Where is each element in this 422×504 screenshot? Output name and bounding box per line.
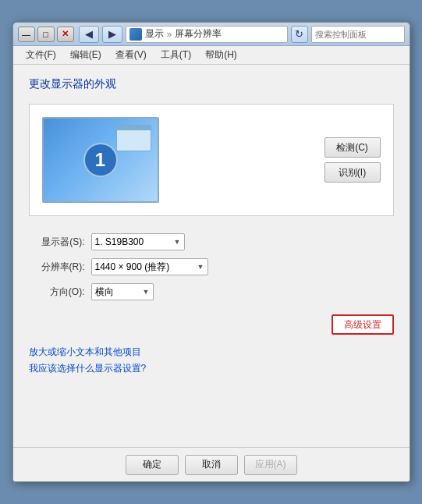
page-title: 更改显示器的外观 — [29, 77, 394, 91]
dropdown-arrow-icon: ▼ — [174, 238, 181, 246]
title-bar: — □ ✕ ◀ ▶ 显示 » 屏幕分辨率 ↻ 🔍 — [13, 23, 410, 46]
confirm-button[interactable]: 确定 — [126, 455, 179, 475]
detect-buttons: 检测(C) 识别(I) — [324, 137, 381, 183]
search-input[interactable] — [315, 30, 410, 39]
orientation-row: 方向(O): 横向 ▼ — [29, 283, 394, 300]
menu-view[interactable]: 查看(V) — [109, 47, 153, 63]
menu-file[interactable]: 文件(F) — [20, 47, 62, 63]
advanced-button[interactable]: 高级设置 — [332, 314, 394, 335]
identify-button[interactable]: 识别(I) — [324, 162, 381, 183]
window-controls: — □ ✕ — [18, 27, 74, 42]
display-control: 1. S19B300 ▼ — [91, 233, 185, 250]
monitor-mini-bar — [117, 126, 151, 130]
monitor-mini — [116, 125, 151, 151]
dropdown-arrow-icon3: ▼ — [143, 288, 150, 296]
menu-bar: 文件(F) 编辑(E) 查看(V) 工具(T) 帮助(H) — [13, 46, 410, 65]
nav-area: ◀ ▶ 显示 » 屏幕分辨率 ↻ 🔍 — [79, 26, 405, 43]
monitor-preview: 1 — [42, 117, 159, 203]
orientation-dropdown[interactable]: 横向 ▼ — [91, 283, 154, 300]
display-value: 1. S19B300 — [95, 236, 171, 247]
resolution-label: 分辨率(R): — [29, 261, 85, 274]
forward-button[interactable]: ▶ — [102, 26, 122, 43]
link-display-settings[interactable]: 我应该选择什么显示器设置? — [29, 362, 394, 375]
bottom-bar: 确定 取消 应用(A) — [13, 447, 410, 481]
close-button[interactable]: ✕ — [57, 27, 74, 42]
main-window: — □ ✕ ◀ ▶ 显示 » 屏幕分辨率 ↻ 🔍 文件(F) 编辑(E) 查看(… — [12, 22, 410, 482]
maximize-button[interactable]: □ — [37, 27, 55, 42]
cancel-button[interactable]: 取消 — [185, 455, 238, 475]
breadcrumb-path2: 屏幕分辨率 — [175, 27, 222, 41]
dropdown-arrow-icon2: ▼ — [197, 263, 204, 271]
display-label: 显示器(S): — [29, 236, 85, 249]
apply-button[interactable]: 应用(A) — [244, 455, 297, 475]
links-section: 放大或缩小文本和其他项目 我应该选择什么显示器设置? — [29, 346, 394, 375]
display-dropdown[interactable]: 1. S19B300 ▼ — [91, 233, 185, 250]
settings-section: 显示器(S): 1. S19B300 ▼ 分辨率(R): 1440 × 900 … — [29, 230, 394, 303]
orientation-value: 横向 — [95, 286, 140, 299]
link-text-size[interactable]: 放大或缩小文本和其他项目 — [29, 346, 394, 359]
monitor-number: 1 — [83, 143, 118, 177]
resolution-dropdown[interactable]: 1440 × 900 (推荐) ▼ — [91, 258, 208, 275]
orientation-control: 横向 ▼ — [91, 283, 154, 300]
menu-tools[interactable]: 工具(T) — [154, 47, 197, 63]
detect-button[interactable]: 检测(C) — [324, 137, 381, 158]
advanced-area: 高级设置 — [29, 314, 394, 335]
menu-edit[interactable]: 编辑(E) — [64, 47, 108, 63]
menu-help[interactable]: 帮助(H) — [199, 47, 243, 63]
display-row: 显示器(S): 1. S19B300 ▼ — [29, 233, 394, 250]
minimize-button[interactable]: — — [18, 27, 35, 42]
resolution-row: 分辨率(R): 1440 × 900 (推荐) ▼ — [29, 258, 394, 275]
breadcrumb-icon — [129, 28, 142, 41]
resolution-value: 1440 × 900 (推荐) — [95, 261, 194, 274]
back-button[interactable]: ◀ — [79, 26, 99, 43]
breadcrumb-path1: 显示 — [145, 27, 164, 41]
search-box[interactable]: 🔍 — [311, 26, 405, 43]
content-area: 更改显示器的外观 1 检测(C) 识别(I) 显示器(S): 1. S19B30… — [13, 65, 410, 447]
breadcrumb: 显示 » 屏幕分辨率 — [126, 26, 288, 43]
refresh-button[interactable]: ↻ — [291, 26, 308, 43]
resolution-control: 1440 × 900 (推荐) ▼ — [91, 258, 208, 275]
monitor-area: 1 检测(C) 识别(I) — [29, 104, 394, 216]
breadcrumb-sep: » — [167, 29, 172, 40]
orientation-label: 方向(O): — [29, 286, 85, 299]
